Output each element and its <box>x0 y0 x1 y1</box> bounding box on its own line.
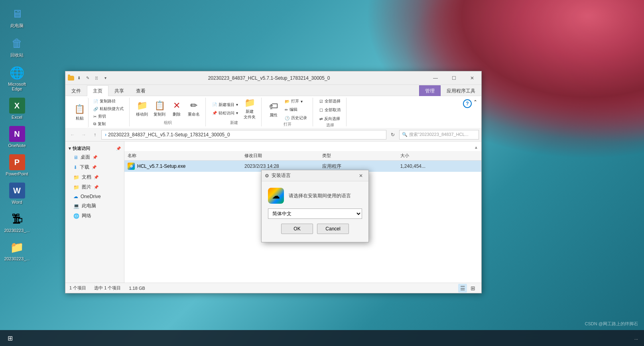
dialog-body: ☁ 请选择在安装期间使用的语言 简体中文 English 繁體中文 日本語 한국… <box>262 181 368 242</box>
dialog-header-row: ☁ 请选择在安装期间使用的语言 <box>268 188 362 204</box>
language-select-wrapper: 简体中文 English 繁體中文 日本語 한국어 <box>268 208 362 219</box>
dialog-title-icon: ⚙ <box>265 173 269 179</box>
start-button[interactable]: ⊞ <box>0 330 20 346</box>
ok-button[interactable]: OK <box>281 224 313 234</box>
dialog-title-text: 安装语言 <box>272 172 356 179</box>
language-select[interactable]: 简体中文 English 繁體中文 日本語 한국어 <box>268 208 362 219</box>
taskbar: ⊞ ... <box>0 330 644 346</box>
dialog-close-button[interactable]: ✕ <box>356 171 365 180</box>
dialog-buttons: OK Cancel <box>268 224 362 236</box>
dialog-title-bar: ⚙ 安装语言 ✕ <box>262 170 368 181</box>
language-dialog: ⚙ 安装语言 ✕ ☁ 请选择在安装期间使用的语言 简体中文 English 繁體… <box>261 170 369 242</box>
hcl-app-icon: ☁ <box>268 188 284 204</box>
desktop: 🖥 此电脑 🗑 回收站 🌐 Microsoft Edge X Excel N O… <box>0 0 644 346</box>
dialog-select-row: 简体中文 English 繁體中文 日本語 한국어 <box>268 208 362 219</box>
taskbar-right: ... <box>634 336 644 340</box>
dialog-prompt-text: 请选择在安装期间使用的语言 <box>289 193 351 199</box>
taskbar-time: ... <box>634 336 638 340</box>
cancel-button[interactable]: Cancel <box>317 224 349 234</box>
dialog-overlay: ⚙ 安装语言 ✕ ☁ 请选择在安装期间使用的语言 简体中文 English 繁體… <box>0 0 644 346</box>
